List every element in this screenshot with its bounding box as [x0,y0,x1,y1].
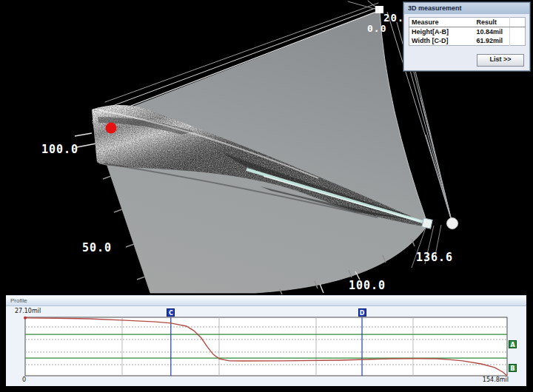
axis-label-y-lower: 50.0 [82,241,112,254]
measure-name: Width [C-D] [409,36,475,46]
measure-name: Height[A-B] [409,27,475,37]
measurement-panel-title: 3D measurement [404,3,529,14]
end-marker-circle[interactable] [447,218,458,229]
axis-label-x-right: 136.6 [416,251,453,264]
axis-label-y-left: 100.0 [41,143,78,156]
measure-result: 10.84mil [475,27,510,37]
col-header-spare [510,18,526,27]
y-max-label: 27.10mil [15,308,41,314]
measure-result: 61.92mil [475,36,510,46]
x-min-label: 0 [22,376,26,383]
measurement-table-header-row: Measure Result [409,18,526,27]
axis-label-z-min: 0.0 [367,23,386,34]
profile-chart[interactable] [6,305,526,386]
tip-marker-square[interactable] [422,218,432,229]
axis-label-x-bottom: 100.0 [349,279,386,292]
profile-start-dot [24,317,27,320]
table-row[interactable]: Width [C-D] 61.92mil [409,36,526,46]
app-screen: 20.0 0.0 100.0 50.0 136.6 100.0 3D measu… [0,0,533,392]
col-header-measure: Measure [409,18,475,27]
profile-panel: Profile 27.10mil 0 154.8mil [6,295,526,386]
measurement-table: Measure Result Height[A-B] 10.84mil Widt… [409,17,526,46]
measurement-panel: 3D measurement Measure Result Height[A-B… [403,2,530,71]
origin-marker-square[interactable] [375,6,383,13]
list-button[interactable]: List >> [477,54,524,67]
ref-chip-b[interactable]: B [509,364,517,372]
col-header-result: Result [475,18,510,27]
table-row[interactable]: Height[A-B] 10.84mil [409,27,526,37]
cursor-chip-d[interactable]: D [358,308,366,317]
plot-area [25,317,507,376]
ref-chip-a[interactable]: A [509,340,517,348]
profile-panel-title: Profile [6,296,526,306]
probe-point-red-dot[interactable] [106,123,117,134]
cursor-chip-c[interactable]: C [167,308,175,317]
x-max-label: 154.8mil [483,376,509,383]
